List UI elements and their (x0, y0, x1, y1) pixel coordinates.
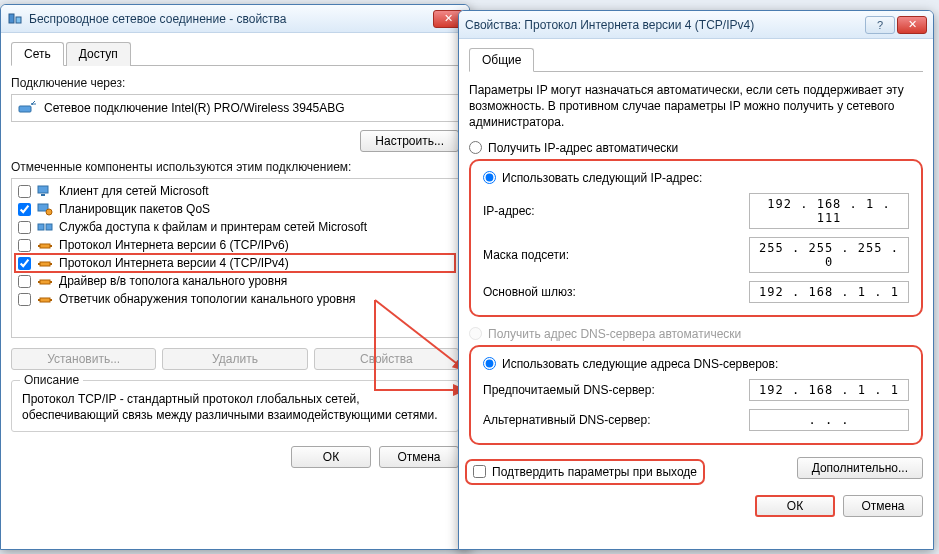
description-text: Протокол TCP/IP - стандартный протокол г… (22, 391, 448, 423)
component-label: Клиент для сетей Microsoft (59, 184, 209, 198)
help-button[interactable]: ? (865, 16, 895, 34)
window-title: Свойства: Протокол Интернета версии 4 (T… (465, 18, 865, 32)
svg-rect-11 (38, 245, 40, 247)
ok-button[interactable]: ОК (755, 495, 835, 517)
svg-rect-4 (38, 186, 48, 193)
uninstall-button[interactable]: Удалить (162, 348, 307, 370)
component-label: Протокол Интернета версии 4 (TCP/IPv4) (59, 256, 289, 270)
component-checkbox[interactable] (18, 185, 31, 198)
window-title: Беспроводное сетевое соединение - свойст… (29, 12, 433, 26)
component-label: Протокол Интернета версии 6 (TCP/IPv6) (59, 238, 289, 252)
cancel-button[interactable]: Отмена (843, 495, 923, 517)
component-label: Драйвер в/в тополога канального уровня (59, 274, 287, 288)
dns-manual-group: Использовать следующие адреса DNS-сервер… (469, 345, 923, 445)
svg-rect-15 (50, 263, 52, 265)
qos-icon (37, 202, 53, 216)
radio-dns-manual[interactable] (483, 357, 496, 370)
network-icon (7, 11, 23, 27)
close-button[interactable]: ✕ (897, 16, 927, 34)
component-checkbox[interactable] (18, 203, 31, 216)
proto-icon (37, 256, 53, 270)
component-checkbox[interactable] (18, 293, 31, 306)
component-label: Служба доступа к файлам и принтерам сете… (59, 220, 367, 234)
ok-button[interactable]: ОК (291, 446, 371, 468)
proto-icon (37, 238, 53, 252)
ip-auto-radio[interactable]: Получить IP-адрес автоматически (469, 141, 923, 155)
configure-button[interactable]: Настроить... (360, 130, 459, 152)
svg-rect-10 (40, 244, 50, 248)
share-icon (37, 220, 53, 234)
svg-rect-5 (41, 194, 45, 196)
list-item[interactable]: Ответчик обнаружения топологии канальног… (15, 290, 455, 308)
radio-ip-auto[interactable] (469, 141, 482, 154)
adapter-icon (18, 100, 36, 116)
svg-rect-17 (38, 281, 40, 283)
list-item[interactable]: Планировщик пакетов QoS (15, 200, 455, 218)
tab-general[interactable]: Общие (469, 48, 534, 72)
proto-icon (37, 274, 53, 288)
ip-manual-group: Использовать следующий IP-адрес: IP-адре… (469, 159, 923, 317)
svg-rect-20 (38, 299, 40, 301)
titlebar[interactable]: Беспроводное сетевое соединение - свойст… (1, 5, 469, 33)
svg-rect-12 (50, 245, 52, 247)
dns-manual-radio[interactable]: Использовать следующие адреса DNS-сервер… (483, 357, 909, 371)
dns-alt-input[interactable]: . . . (749, 409, 909, 431)
tab-access[interactable]: Доступ (66, 42, 131, 66)
info-text: Параметры IP могут назначаться автоматич… (469, 82, 923, 131)
client-icon (37, 184, 53, 198)
radio-ip-manual[interactable] (483, 171, 496, 184)
svg-rect-2 (19, 106, 31, 112)
component-checkbox[interactable] (18, 275, 31, 288)
ip-manual-radio[interactable]: Использовать следующий IP-адрес: (483, 171, 909, 185)
description-group: Описание Протокол TCP/IP - стандартный п… (11, 380, 459, 432)
list-item[interactable]: Протокол Интернета версии 6 (TCP/IPv6) (15, 236, 455, 254)
list-item[interactable]: Протокол Интернета версии 4 (TCP/IPv4) (15, 254, 455, 272)
proto-icon (37, 292, 53, 306)
svg-rect-13 (40, 262, 50, 266)
tabstrip: Сеть Доступ (11, 41, 459, 66)
titlebar[interactable]: Свойства: Протокол Интернета версии 4 (T… (459, 11, 933, 39)
dns-auto-radio: Получить адрес DNS-сервера автоматически (469, 327, 923, 341)
components-list[interactable]: Клиент для сетей MicrosoftПланировщик па… (11, 178, 459, 338)
subnet-mask-label: Маска подсети: (483, 248, 749, 262)
component-label: Планировщик пакетов QoS (59, 202, 210, 216)
tcpip-properties-window: Свойства: Протокол Интернета версии 4 (T… (458, 10, 934, 550)
list-item[interactable]: Драйвер в/в тополога канального уровня (15, 272, 455, 290)
tab-network[interactable]: Сеть (11, 42, 64, 66)
svg-rect-14 (38, 263, 40, 265)
ip-address-input[interactable]: 192 . 168 . 1 . 111 (749, 193, 909, 229)
svg-rect-21 (50, 299, 52, 301)
list-item[interactable]: Клиент для сетей Microsoft (15, 182, 455, 200)
connect-via-label: Подключение через: (11, 76, 459, 90)
gateway-input[interactable]: 192 . 168 . 1 . 1 (749, 281, 909, 303)
svg-rect-0 (9, 14, 14, 23)
svg-rect-16 (40, 280, 50, 284)
validate-on-exit-row[interactable]: Подтвердить параметры при выходе (469, 463, 701, 481)
adapter-box: Сетевое подключение Intel(R) PRO/Wireles… (11, 94, 459, 122)
dns-preferred-input[interactable]: 192 . 168 . 1 . 1 (749, 379, 909, 401)
cancel-button[interactable]: Отмена (379, 446, 459, 468)
svg-point-7 (46, 209, 52, 215)
properties-button[interactable]: Свойства (314, 348, 459, 370)
advanced-button[interactable]: Дополнительно... (797, 457, 923, 479)
install-button[interactable]: Установить... (11, 348, 156, 370)
dns-alt-label: Альтернативный DNS-сервер: (483, 413, 749, 427)
adapter-name: Сетевое подключение Intel(R) PRO/Wireles… (44, 101, 345, 115)
svg-rect-8 (38, 224, 44, 230)
validate-checkbox[interactable] (473, 465, 486, 478)
ip-address-label: IP-адрес: (483, 204, 749, 218)
component-checkbox[interactable] (18, 257, 31, 270)
subnet-mask-input[interactable]: 255 . 255 . 255 . 0 (749, 237, 909, 273)
list-item[interactable]: Служба доступа к файлам и принтерам сете… (15, 218, 455, 236)
component-checkbox[interactable] (18, 221, 31, 234)
description-legend: Описание (20, 373, 83, 387)
svg-rect-9 (46, 224, 52, 230)
component-checkbox[interactable] (18, 239, 31, 252)
svg-rect-19 (40, 298, 50, 302)
svg-rect-1 (16, 17, 21, 23)
connection-properties-window: Беспроводное сетевое соединение - свойст… (0, 4, 470, 550)
components-label: Отмеченные компоненты используются этим … (11, 160, 459, 174)
component-label: Ответчик обнаружения топологии канальног… (59, 292, 356, 306)
svg-rect-18 (50, 281, 52, 283)
dns-preferred-label: Предпочитаемый DNS-сервер: (483, 383, 749, 397)
